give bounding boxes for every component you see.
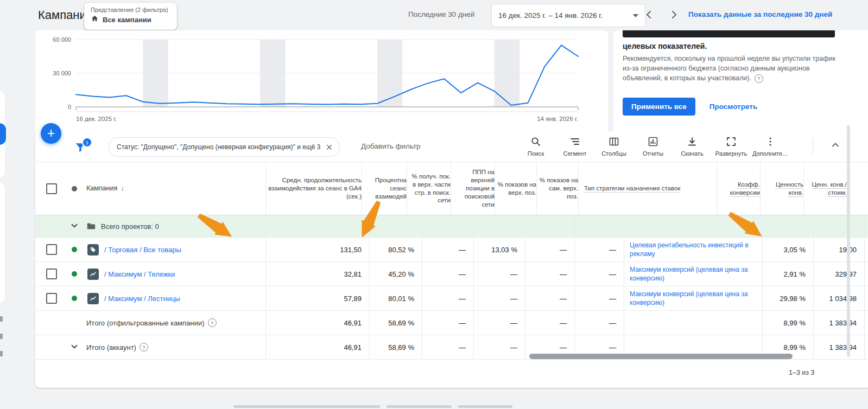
- metric-cell: —: [525, 262, 574, 286]
- empty-cell: [265, 215, 369, 237]
- select-all-checkbox[interactable]: [46, 183, 57, 194]
- col-header-campaign[interactable]: Кампания↓: [83, 162, 265, 215]
- footer-fragment: [233, 405, 380, 408]
- table-toolbar: 1 Статус: "Допущено", "Допущено (неверна…: [35, 131, 868, 162]
- status-cell: [66, 286, 83, 310]
- search-action[interactable]: Поиск: [516, 135, 555, 157]
- metric-cell: —: [473, 286, 525, 310]
- total-metric-cell: 58,69 %: [369, 311, 422, 335]
- total-metric-cell: 46,91: [265, 311, 369, 335]
- date-range-picker[interactable]: 16 дек. 2025 г. – 14 янв. 2026 г.: [491, 4, 645, 27]
- recommendation-panel: целевых показателей. Рекомендуется, поск…: [613, 30, 868, 131]
- col-header-top-position-share[interactable]: ППП на верхней позиции в поисковой сети: [451, 162, 495, 215]
- expand-action[interactable]: Развернуть: [712, 135, 751, 157]
- status-dot-enabled: [72, 296, 77, 301]
- campaign-link[interactable]: / Максимум / Тележки: [104, 270, 175, 278]
- status-filter-chip[interactable]: Статус: "Допущено", "Допущено (неверная …: [109, 137, 340, 157]
- bid-strategy-link[interactable]: Максимум конверсий (целевая цена за конв…: [630, 290, 757, 307]
- next-period-button[interactable]: [667, 9, 681, 23]
- col-header-abs-top-impr-pct[interactable]: % показов на сам. верх. поз.: [536, 162, 578, 215]
- date-preset-label[interactable]: Последние 30 дней: [408, 10, 474, 18]
- metric-cell: 2,46: [864, 262, 868, 286]
- metric-cell: —: [422, 286, 473, 310]
- metric-cell: 0,26: [864, 238, 868, 261]
- plus-icon: +: [47, 126, 55, 140]
- metric-cell: —: [422, 262, 473, 286]
- expand-toggle[interactable]: [66, 215, 83, 237]
- col-header-top-page-share[interactable]: % получ. пок. в верх. части стр. в поиск…: [407, 162, 451, 215]
- row-checkbox[interactable]: [46, 244, 57, 255]
- row-checkbox[interactable]: [46, 293, 57, 304]
- col-header-value-per-cost[interactable]: Ценн. конв./стоим.: [803, 162, 847, 215]
- y-axis-tick: 0: [35, 104, 71, 110]
- metric-cell: —: [525, 238, 574, 261]
- help-icon[interactable]: ?: [208, 318, 217, 327]
- help-icon[interactable]: ?: [755, 74, 763, 83]
- metric-cell: 80,52 %: [369, 238, 422, 261]
- add-campaign-fab[interactable]: +: [41, 123, 61, 144]
- date-range-value: 16 дек. 2025 г. – 14 янв. 2026 г.: [498, 11, 603, 20]
- add-filter-button[interactable]: Добавить фильтр: [361, 142, 421, 150]
- reports-action[interactable]: Отчеты: [633, 135, 673, 157]
- recommendation-body-text: Рекомендуется, поскольку на прошлой неде…: [623, 55, 835, 82]
- bid-strategy-cell: Максимум конверсий (целевая цена за конв…: [624, 286, 762, 310]
- footer-fragment: [387, 405, 452, 408]
- toolbar-action-label: Отчеты: [643, 150, 663, 157]
- col-header-engaged-sessions[interactable]: Процентна сеанс взаимодей: [362, 162, 407, 215]
- table-row: / Максимум / Тележки32,8145,20 %————Макс…: [35, 262, 868, 286]
- col-header-conv-value[interactable]: Ценность конв.: [760, 162, 803, 215]
- expand-icon: [726, 136, 737, 149]
- bid-strategy-link[interactable]: Максимум конверсий (целевая цена за конв…: [630, 265, 757, 283]
- metric-cell: —: [574, 262, 624, 286]
- metric-cell: 13,03 %: [473, 238, 525, 261]
- toolbar-divider: [813, 138, 813, 154]
- bid-strategy-link[interactable]: Целевая рентабельность инвестиций в рекл…: [630, 241, 757, 258]
- empty-cell: [422, 215, 473, 237]
- prev-period-button[interactable]: [642, 9, 656, 23]
- help-icon[interactable]: ?: [140, 343, 148, 352]
- status-cell: [66, 238, 83, 261]
- campaigns-table-card: 1 Статус: "Допущено", "Допущено (неверна…: [35, 131, 868, 388]
- metric-cell: —: [473, 262, 525, 286]
- review-button[interactable]: Просмотреть: [705, 98, 762, 116]
- toolbar-action-label: Поиск: [528, 150, 544, 157]
- metric-cell: 3,05 %: [762, 238, 813, 261]
- metric-cell: 45,20 %: [369, 262, 422, 286]
- total-label-cell: Итого (отфильтрованные кампании)?: [83, 311, 265, 335]
- download-icon: [687, 136, 698, 149]
- collapse-table-icon[interactable]: [830, 139, 841, 152]
- empty-cell: [66, 311, 83, 335]
- x-axis-start-label: 16 дек. 2025 г.: [76, 116, 117, 122]
- close-icon[interactable]: [326, 144, 333, 151]
- metric-cell: —: [422, 238, 473, 261]
- more-action[interactable]: Дополните…: [751, 135, 790, 157]
- caret-down-icon: [633, 14, 638, 17]
- row-checkbox[interactable]: [46, 269, 57, 279]
- view-selector[interactable]: Представление (2 фильтра) Все кампании: [84, 3, 177, 30]
- metric-cell: 57,89: [265, 286, 369, 310]
- more-icon: [765, 136, 776, 149]
- toolbar-actions: ПоискСегментСтолбцыОтчетыСкачатьРазверну…: [516, 135, 790, 157]
- columns-action[interactable]: Столбцы: [594, 135, 633, 157]
- expand-toggle[interactable]: [66, 335, 83, 359]
- col-header-top-impr-pct[interactable]: % показов на верх. поз.: [495, 162, 536, 215]
- apply-all-button[interactable]: Применить все: [623, 98, 695, 116]
- empty-cell: [473, 215, 525, 237]
- projects-group-row: Всего проектов: 0: [35, 215, 868, 238]
- col-header-conv-rate[interactable]: Коэфф. конверсии: [717, 162, 760, 215]
- toolbar-action-label: Скачать: [681, 150, 703, 157]
- segment-action[interactable]: Сегмент: [555, 135, 594, 157]
- horizontal-scrollbar[interactable]: [529, 354, 793, 359]
- campaign-link[interactable]: / Максимум / Лестницы: [104, 295, 180, 303]
- col-header-bid-strategy[interactable]: Тип стратегии назначения ставок: [578, 162, 717, 215]
- nav-active-item-fragment: [0, 123, 6, 145]
- toolbar-action-label: Дополните…: [752, 150, 788, 157]
- col-header-ga4-duration[interactable]: Средн. продолжительность взаимодействия …: [265, 162, 362, 215]
- metric-cell: —: [525, 286, 574, 310]
- show-last30-link[interactable]: Показать данные за последние 30 дней: [688, 10, 832, 18]
- y-axis-tick: 30 000: [35, 70, 71, 76]
- download-action[interactable]: Скачать: [673, 135, 712, 157]
- campaign-link[interactable]: / Торговая / Все товары: [104, 246, 181, 254]
- status-col-header[interactable]: [66, 162, 83, 215]
- vertical-scrollbar[interactable]: [847, 125, 850, 357]
